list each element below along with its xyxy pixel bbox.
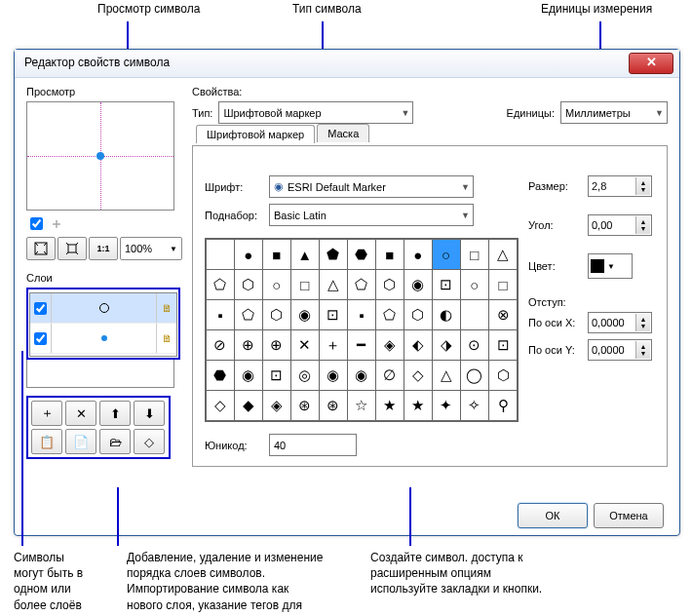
glyph-cell[interactable]: ✕ — [290, 330, 319, 361]
zoom-full-button[interactable] — [58, 237, 87, 260]
glyph-cell[interactable]: ● — [404, 240, 432, 270]
glyph-cell[interactable]: ⬟ — [319, 240, 347, 270]
glyph-cell[interactable]: ◆ — [234, 391, 262, 421]
glyph-cell[interactable]: ▲ — [290, 240, 319, 270]
glyph-cell[interactable]: ⬣ — [348, 240, 376, 270]
glyph-cell[interactable]: ★ — [404, 391, 432, 421]
glyph-cell[interactable]: □ — [290, 270, 319, 300]
offset-y-spinner[interactable]: 0,0000▲▼ — [588, 339, 652, 361]
layer-visible-checkbox[interactable] — [34, 302, 47, 315]
glyph-cell[interactable]: ⬠ — [375, 300, 404, 330]
glyph-cell[interactable]: ⊛ — [319, 391, 347, 421]
glyph-cell[interactable]: ■ — [262, 240, 290, 270]
glyph-cell[interactable]: ∅ — [375, 361, 404, 391]
layer-row[interactable]: 🗎 — [30, 293, 176, 324]
angle-spinner[interactable]: 0,00▲▼ — [588, 214, 652, 236]
glyph-cell[interactable]: ◉ — [348, 361, 376, 391]
glyph-cell[interactable] — [460, 300, 488, 330]
glyph-cell[interactable]: ⊡ — [319, 300, 347, 330]
zoom-dropdown[interactable]: 100%▼ — [120, 237, 182, 260]
color-picker[interactable]: ▼ — [588, 253, 633, 279]
glyph-cell[interactable]: ■ — [375, 240, 404, 270]
ok-button[interactable]: ОК — [518, 503, 588, 528]
layer-lock-icon[interactable]: 🗎 — [157, 302, 176, 314]
glyph-cell[interactable]: ⬣ — [207, 361, 235, 391]
unicode-field[interactable]: 40 — [269, 434, 357, 456]
glyph-cell[interactable]: ＋ — [319, 330, 347, 361]
glyph-cell[interactable]: ◉ — [404, 270, 432, 300]
glyph-cell[interactable]: ◉ — [290, 300, 319, 330]
zoom-actual-button[interactable]: 1:1 — [89, 237, 118, 260]
paste-layer-button[interactable]: 📄 — [65, 429, 96, 454]
font-dropdown[interactable]: ◉ESRI Default Marker▼ — [269, 175, 474, 198]
glyph-cell[interactable]: ◐ — [432, 300, 460, 330]
subset-dropdown[interactable]: Basic Latin▼ — [269, 204, 474, 226]
type-dropdown[interactable]: Шрифтовой маркер▼ — [218, 101, 413, 124]
move-up-button[interactable]: ⬆ — [99, 401, 131, 426]
import-layer-button[interactable]: 🗁 — [99, 429, 131, 454]
preview-checkbox[interactable] — [30, 217, 43, 230]
glyph-cell[interactable]: ◈ — [262, 391, 290, 421]
glyph-cell[interactable]: ⬡ — [375, 270, 404, 300]
cancel-button[interactable]: Отмена — [594, 503, 664, 528]
glyph-cell[interactable]: ⬡ — [262, 300, 290, 330]
move-down-button[interactable]: ⬇ — [134, 401, 165, 426]
glyph-cell[interactable]: ◎ — [290, 361, 319, 391]
glyph-cell[interactable]: ⬡ — [234, 270, 262, 300]
glyph-grid[interactable]: ●■▲⬟⬣■●○□△⬠⬡○□△⬠⬡◉⊡○□▪⬠⬡◉⊡▪⬠⬡◐⊗⊘⊕⊕✕＋━◈⬖⬗… — [205, 238, 519, 422]
glyph-cell[interactable]: ⊗ — [489, 300, 518, 330]
glyph-cell[interactable]: ⊕ — [262, 330, 290, 361]
glyph-cell[interactable]: ⬡ — [404, 300, 432, 330]
zoom-fit-button[interactable] — [26, 237, 56, 260]
glyph-cell[interactable]: ⊘ — [207, 330, 235, 361]
glyph-cell[interactable]: ⬡ — [489, 361, 518, 391]
glyph-cell[interactable]: △ — [489, 240, 518, 270]
glyph-cell[interactable]: ◈ — [375, 330, 404, 361]
glyph-cell[interactable]: ⊡ — [489, 330, 518, 361]
tab-character-marker[interactable]: Шрифтовой маркер — [196, 125, 315, 143]
titlebar[interactable]: Редактор свойств символа ✕ — [15, 50, 679, 78]
glyph-cell[interactable]: ⊕ — [234, 330, 262, 361]
glyph-cell[interactable]: ▪ — [207, 300, 235, 330]
glyph-cell[interactable]: ◉ — [234, 361, 262, 391]
glyph-cell[interactable]: △ — [319, 270, 347, 300]
glyph-cell[interactable]: ☆ — [348, 391, 376, 421]
delete-layer-button[interactable]: ✕ — [65, 401, 96, 426]
glyph-cell[interactable]: ⬗ — [432, 330, 460, 361]
glyph-cell[interactable]: ▪ — [348, 300, 376, 330]
glyph-cell[interactable] — [207, 240, 235, 270]
glyph-cell[interactable]: ○ — [460, 270, 488, 300]
close-button[interactable]: ✕ — [629, 53, 673, 74]
glyph-cell[interactable]: ⊙ — [460, 330, 488, 361]
tab-mask[interactable]: Маска — [317, 124, 369, 142]
layer-visible-checkbox[interactable] — [34, 332, 47, 345]
glyph-cell[interactable]: ✦ — [432, 391, 460, 421]
glyph-cell[interactable]: ○ — [432, 240, 460, 270]
glyph-cell[interactable]: ⊡ — [432, 270, 460, 300]
glyph-cell[interactable]: ⊡ — [262, 361, 290, 391]
layer-row[interactable]: 🗎 — [30, 324, 176, 354]
glyph-cell[interactable]: ⊛ — [290, 391, 319, 421]
offset-x-spinner[interactable]: 0,0000▲▼ — [588, 312, 652, 333]
glyph-cell[interactable]: △ — [432, 361, 460, 391]
glyph-cell[interactable]: □ — [489, 270, 518, 300]
glyph-cell[interactable]: ○ — [262, 270, 290, 300]
glyph-cell[interactable]: ◇ — [404, 361, 432, 391]
glyph-cell[interactable]: ⬠ — [207, 270, 235, 300]
add-layer-button[interactable]: ＋ — [31, 401, 62, 426]
tag-layer-button[interactable]: ◇ — [134, 429, 165, 454]
glyph-cell[interactable]: □ — [460, 240, 488, 270]
glyph-cell[interactable]: ● — [234, 240, 262, 270]
glyph-cell[interactable]: ★ — [375, 391, 404, 421]
glyph-cell[interactable]: ✧ — [460, 391, 488, 421]
glyph-cell[interactable]: ◉ — [319, 361, 347, 391]
glyph-cell[interactable]: ━ — [348, 330, 376, 361]
glyph-cell[interactable]: ⬠ — [348, 270, 376, 300]
copy-layer-button[interactable]: 📋 — [31, 429, 62, 454]
layer-lock-icon[interactable]: 🗎 — [157, 332, 176, 344]
size-spinner[interactable]: 2,8▲▼ — [588, 175, 652, 197]
glyph-cell[interactable]: ⚲ — [489, 391, 518, 421]
glyph-cell[interactable]: ⬠ — [234, 300, 262, 330]
glyph-cell[interactable]: ⬖ — [404, 330, 432, 361]
glyph-cell[interactable]: ◇ — [207, 391, 235, 421]
